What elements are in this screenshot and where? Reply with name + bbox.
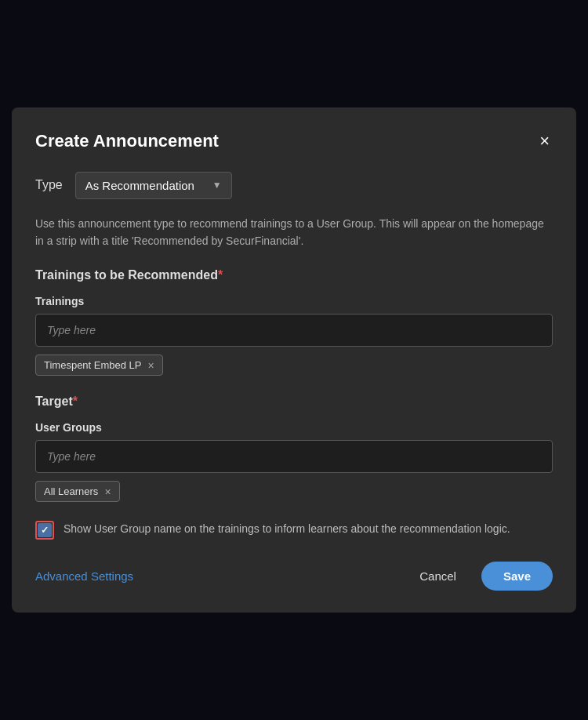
footer-buttons: Cancel Save — [404, 562, 553, 591]
target-section-title: Target* — [35, 395, 553, 409]
close-button[interactable]: × — [536, 129, 553, 153]
trainings-section: Trainings to be Recommended* Trainings T… — [35, 268, 553, 376]
checkmark-icon: ✓ — [41, 525, 49, 536]
type-label: Type — [35, 178, 63, 192]
create-announcement-modal: Create Announcement × Type As Recommenda… — [12, 107, 576, 613]
modal-overlay: Create Announcement × Type As Recommenda… — [0, 0, 588, 720]
trainings-section-title: Trainings to be Recommended* — [35, 268, 553, 282]
checkbox-checked-indicator: ✓ — [38, 523, 52, 537]
description-text: Use this announcement type to recommend … — [35, 215, 553, 250]
user-group-tag: All Learners × — [35, 481, 120, 502]
trainings-input[interactable] — [35, 314, 553, 347]
type-select-dropdown[interactable]: As Recommendation ▼ — [75, 172, 232, 199]
chevron-down-icon: ▼ — [212, 180, 222, 191]
trainings-tag-container: Timespent Embed LP × — [35, 355, 553, 376]
user-groups-input[interactable] — [35, 440, 553, 473]
target-required-star: * — [73, 395, 78, 408]
training-tag-label: Timespent Embed LP — [44, 359, 142, 371]
cancel-button[interactable]: Cancel — [404, 562, 472, 591]
modal-footer: Advanced Settings Cancel Save — [35, 562, 553, 591]
advanced-settings-link[interactable]: Advanced Settings — [35, 569, 133, 583]
training-tag: Timespent Embed LP × — [35, 355, 163, 376]
type-select-value: As Recommendation — [85, 179, 206, 192]
user-groups-tag-container: All Learners × — [35, 481, 553, 502]
type-row: Type As Recommendation ▼ — [35, 172, 553, 199]
target-section: Target* User Groups All Learners × — [35, 395, 553, 502]
user-group-tag-label: All Learners — [44, 485, 98, 497]
modal-header: Create Announcement × — [35, 129, 553, 153]
user-group-tag-remove[interactable]: × — [104, 486, 111, 497]
training-tag-remove[interactable]: × — [148, 360, 154, 371]
modal-title: Create Announcement — [35, 131, 219, 151]
show-user-group-checkbox[interactable]: ✓ — [35, 521, 54, 540]
save-button[interactable]: Save — [481, 562, 553, 591]
checkbox-label: Show User Group name on the trainings to… — [64, 521, 510, 537]
checkbox-row: ✓ Show User Group name on the trainings … — [35, 521, 553, 540]
user-groups-field-label: User Groups — [35, 421, 553, 434]
trainings-field-label: Trainings — [35, 295, 553, 307]
required-star: * — [218, 268, 223, 282]
